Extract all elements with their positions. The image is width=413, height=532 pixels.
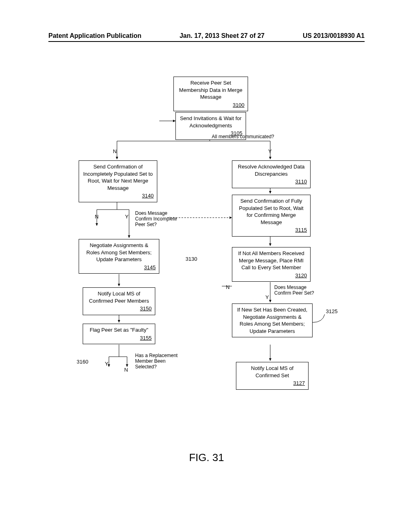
box-3155: Flag Peer Set as "Faulty" 3155 bbox=[83, 324, 155, 344]
label-confirm-incomplete: Does Message Confirm Incomplete Peer Set… bbox=[135, 210, 179, 227]
header-divider bbox=[48, 41, 365, 42]
box-text: Receive Peer Set Membership Data in Merg… bbox=[179, 80, 242, 100]
box-text: Send Confirmation of Fully Populated Set… bbox=[239, 198, 304, 225]
header-right: US 2013/0018930 A1 bbox=[303, 32, 365, 39]
label-n-3: N bbox=[226, 284, 229, 290]
label-n-1: N bbox=[113, 148, 117, 154]
box-text: Resolve Acknowledged Data Discrepancies bbox=[238, 164, 305, 177]
ref-3155: 3155 bbox=[86, 335, 152, 342]
ref-3115: 3115 bbox=[236, 227, 307, 234]
label-y-2: Y bbox=[125, 214, 129, 220]
header-center: Jan. 17, 2013 Sheet 27 of 27 bbox=[179, 32, 265, 39]
box-3150: Notify Local MS of Confirmed Peer Member… bbox=[83, 287, 155, 315]
box-text: Send Invitations & Wait for Acknowledgme… bbox=[180, 115, 242, 129]
callout-3125: 3125 bbox=[326, 308, 338, 314]
ref-3150: 3150 bbox=[86, 305, 152, 312]
flowchart-diagram: Receive Peer Set Membership Data in Merg… bbox=[73, 77, 347, 439]
box-text: Notify Local MS of Confirmed Peer Member… bbox=[89, 291, 149, 304]
box-3140: Send Confirmation of Incompletely Popula… bbox=[79, 160, 157, 202]
box-text: Flag Peer Set as "Faulty" bbox=[90, 327, 148, 333]
box-3115: Send Confirmation of Fully Populated Set… bbox=[232, 195, 311, 237]
box-3125: If New Set Has Been Created, Negotiate A… bbox=[232, 303, 313, 337]
callout-3160: 3160 bbox=[77, 359, 88, 365]
ref-3110: 3110 bbox=[236, 178, 307, 185]
label-replacement: Has a Replacement Member Been Selected? bbox=[135, 353, 184, 370]
page-header: Patent Application Publication Jan. 17, … bbox=[0, 32, 413, 39]
box-3110: Resolve Acknowledged Data Discrepancies … bbox=[232, 160, 311, 188]
header-left: Patent Application Publication bbox=[48, 32, 142, 39]
label-confirm-peer: Does Message Confirm Peer Set? bbox=[274, 285, 319, 296]
figure-label: FIG. 31 bbox=[0, 451, 413, 464]
ref-3127: 3127 bbox=[240, 380, 305, 387]
callout-3130: 3130 bbox=[186, 256, 197, 262]
box-3145: Negotiate Assignments & Roles Among Set … bbox=[79, 239, 159, 274]
box-3120: If Not All Members Received Merge Messag… bbox=[232, 247, 311, 282]
ref-3145: 3145 bbox=[82, 264, 156, 271]
box-3100: Receive Peer Set Membership Data in Merg… bbox=[173, 77, 248, 111]
label-y-4: Y bbox=[105, 361, 108, 367]
box-text: Notify Local MS of Confirmed Set bbox=[251, 365, 294, 378]
label-n-2: N bbox=[95, 214, 98, 220]
ref-3100: 3100 bbox=[177, 102, 244, 109]
box-text: Negotiate Assignments & Roles Among Set … bbox=[86, 242, 152, 262]
box-text: If New Set Has Been Created, Negotiate A… bbox=[237, 307, 307, 334]
box-text: If Not All Members Received Merge Messag… bbox=[238, 250, 304, 270]
label-n-4: N bbox=[124, 367, 128, 373]
box-text: Send Confirmation of Incompletely Popula… bbox=[83, 164, 153, 191]
label-y-3: Y bbox=[265, 294, 269, 300]
label-y-1: Y bbox=[268, 148, 272, 154]
label-all-members: All members communicated? bbox=[212, 134, 274, 139]
box-3127: Notify Local MS of Confirmed Set 3127 bbox=[236, 362, 309, 390]
ref-3140: 3140 bbox=[82, 192, 154, 200]
ref-3120: 3120 bbox=[236, 272, 307, 279]
